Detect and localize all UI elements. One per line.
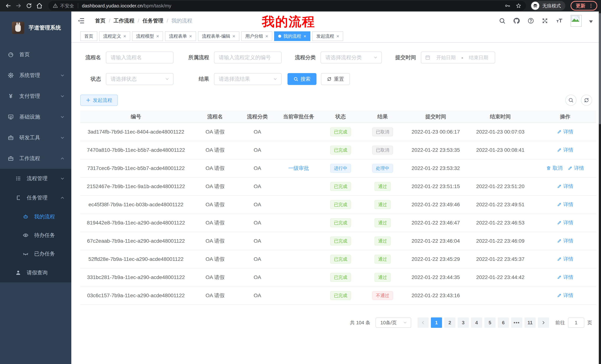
github-icon[interactable] [513, 17, 520, 24]
task-link[interactable]: 一级审批 [288, 165, 309, 171]
page-size-select[interactable]: 10条/页 [376, 317, 411, 328]
browser-menu-dots-icon[interactable] [588, 3, 594, 9]
process-def-input[interactable] [214, 52, 281, 63]
detail-action-link[interactable]: 详情 [557, 274, 573, 280]
browser-forward-icon[interactable] [14, 1, 23, 10]
sidebar-item-robot[interactable]: 我的流程 [0, 207, 71, 226]
page-number-button[interactable]: 4 [471, 317, 482, 328]
sidebar-collapse-icon[interactable] [77, 17, 85, 25]
password-key-icon[interactable] [504, 3, 510, 9]
table-toolbar: 发起流程 [80, 95, 592, 106]
cell-end-time: 2022-01-22 23:45:37 [467, 250, 534, 268]
url-bar[interactable]: 不安全 dashboard.yudao.iocoder.cn/bpm/task/… [48, 1, 526, 10]
tab-close-icon[interactable]: × [123, 34, 126, 38]
cell-current-task [276, 214, 321, 232]
breadcrumb-item[interactable]: 首页 [95, 17, 105, 24]
status-select[interactable]: 请选择状态 [106, 73, 173, 85]
pencil-icon [557, 293, 562, 298]
detail-action-link[interactable]: 详情 [557, 292, 573, 299]
detail-action-link[interactable]: 详情 [557, 128, 573, 135]
detail-action-link[interactable]: 详情 [557, 201, 573, 208]
page-number-button[interactable]: 3 [458, 317, 469, 328]
sidebar-item-yen[interactable]: ¥支付管理 [0, 86, 71, 106]
detail-action-link[interactable]: 详情 [557, 147, 573, 153]
page-number-button[interactable]: 6 [498, 317, 509, 328]
cell-process-id: 7470a810-7b9b-11ec-b5b7-acde48001122 [80, 141, 192, 159]
category-select[interactable]: 请选择流程分类 [321, 52, 382, 63]
security-indicator[interactable]: 不安全 [53, 3, 74, 9]
breadcrumb-item[interactable]: 任务管理 [143, 17, 163, 24]
tab-close-icon[interactable]: × [232, 34, 235, 38]
eye-icon [22, 232, 29, 238]
detail-action-link[interactable]: 详情 [557, 183, 573, 190]
create-process-button[interactable]: 发起流程 [80, 95, 118, 106]
cell-process-id: 2152467e-7b9b-11ec-9a1b-acde48001122 [80, 177, 192, 196]
tab-item[interactable]: 流程表单-编辑× [198, 31, 239, 41]
tab-item[interactable]: 流程表单× [165, 31, 196, 41]
browser-toolbar: 不安全 dashboard.yudao.iocoder.cn/bpm/task/… [0, 0, 601, 11]
browser-back-icon[interactable] [4, 1, 13, 10]
sidebar-item-user[interactable]: 请假查询 [0, 263, 71, 282]
tab-close-icon[interactable]: × [265, 34, 268, 38]
detail-action-link[interactable]: 详情 [557, 238, 573, 244]
sidebar-item-toolbox[interactable]: 研发工具 [0, 127, 71, 148]
sidebar-item-eye-closed[interactable]: 已办任务 [0, 245, 71, 263]
header-search-icon[interactable] [499, 18, 506, 24]
tab-home[interactable]: 首页 [80, 31, 97, 41]
tab-item[interactable]: 发起流程× [312, 31, 343, 41]
scrollbar-thumb[interactable] [599, 13, 601, 124]
sidebar-item-flow[interactable]: 任务管理 [0, 188, 71, 207]
next-page-button[interactable] [538, 317, 549, 328]
submit-time-range-picker[interactable]: 开始日期 - 结束日期 [421, 52, 495, 63]
detail-action-link[interactable]: 详情 [568, 165, 584, 172]
toggle-search-button[interactable] [565, 95, 576, 106]
process-name-input[interactable] [106, 52, 173, 63]
tab-close-icon[interactable]: × [189, 34, 192, 38]
cell-end-time: 2022-01-22 23:46:53 [467, 214, 534, 232]
sidebar-item-monitor[interactable]: 基础设施 [0, 106, 71, 127]
sidebar-item-dashboard[interactable]: 首页 [0, 44, 71, 65]
page-number-button[interactable]: 2 [444, 317, 455, 328]
detail-action-link[interactable]: 详情 [557, 219, 573, 226]
bookmark-star-icon[interactable] [516, 3, 521, 9]
tab-item[interactable]: 流程模型× [132, 31, 163, 41]
page-number-button[interactable]: 11 [524, 317, 536, 328]
browser-reload-icon[interactable] [25, 1, 33, 10]
user-avatar[interactable] [571, 15, 582, 27]
refresh-table-button[interactable] [581, 95, 592, 106]
tab-item[interactable]: 用户分组× [241, 31, 272, 41]
toolbox-icon [7, 135, 14, 141]
end-date-placeholder[interactable]: 结束日期 [466, 54, 491, 61]
detail-action-link[interactable]: 详情 [557, 256, 573, 262]
help-icon[interactable] [527, 18, 534, 24]
sidebar-item-briefcase[interactable]: 工作流程 [0, 148, 71, 169]
sidebar-item-gear[interactable]: 系统管理 [0, 65, 71, 86]
tab-close-icon[interactable]: × [303, 34, 306, 38]
url-host: dashboard.yudao.iocoder.cn [82, 3, 143, 9]
avatar-dropdown-caret-icon[interactable] [589, 20, 593, 25]
update-button[interactable]: 更新 [571, 1, 597, 10]
result-select[interactable]: 请选择流结果 [214, 73, 281, 85]
tab-item[interactable]: 我的流程× [274, 31, 310, 41]
page-number-button[interactable]: 1 [431, 317, 442, 328]
column-header: 操作 [534, 111, 596, 123]
tab-close-icon[interactable]: × [156, 34, 159, 38]
tab-close-icon[interactable]: × [336, 34, 339, 38]
goto-page-input[interactable] [568, 317, 584, 328]
fullscreen-icon[interactable] [541, 18, 548, 24]
page-ellipsis-button[interactable]: ••• [511, 317, 522, 328]
sidebar-item-eye[interactable]: 待办任务 [0, 226, 71, 245]
sidebar-item-tree[interactable]: 流程管理 [0, 169, 71, 188]
page-number-button[interactable]: 5 [484, 317, 496, 328]
tab-item[interactable]: 流程定义× [99, 31, 130, 41]
cancel-action-link[interactable]: 取消 [546, 165, 562, 172]
start-date-placeholder[interactable]: 开始日期 [433, 54, 459, 61]
sidebar-item-label: 基础设施 [19, 113, 40, 120]
search-button[interactable]: 搜索 [288, 73, 316, 85]
cell-end-time: 2022-01-23 00:08:41 [467, 141, 534, 159]
browser-home-icon[interactable] [35, 1, 44, 10]
reset-button[interactable]: 重置 [321, 73, 350, 85]
breadcrumb-item[interactable]: 工作流程 [114, 17, 134, 24]
font-size-icon[interactable] [556, 18, 563, 24]
cell-process-name: OA 请假 [192, 214, 239, 232]
